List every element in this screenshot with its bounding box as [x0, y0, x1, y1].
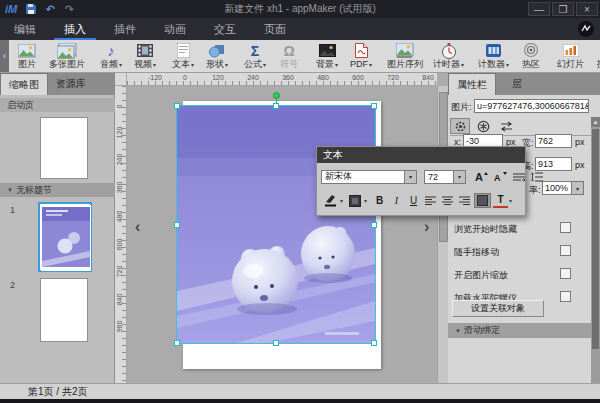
- hotspot-icon: [523, 42, 539, 59]
- align-center-icon[interactable]: [440, 193, 455, 208]
- window-title: 新建文件 xh1 - appMaker (试用版): [0, 2, 600, 16]
- selected-image[interactable]: [177, 106, 375, 343]
- font-color-icon[interactable]: [322, 193, 339, 208]
- effects-icon[interactable]: [473, 118, 493, 134]
- swap-arrows-icon[interactable]: [496, 118, 516, 134]
- startup-page-header: 启动页: [0, 98, 115, 112]
- startup-page-thumbnail[interactable]: [40, 117, 88, 179]
- align-right-icon[interactable]: [457, 193, 472, 208]
- page-1-thumbnail[interactable]: [38, 202, 92, 272]
- align-left-icon[interactable]: [423, 193, 438, 208]
- status-bar: 第1页 / 共2页: [0, 383, 600, 399]
- section-header[interactable]: ▼ 无标题节: [0, 183, 115, 197]
- hide-on-start-checkbox[interactable]: [560, 222, 571, 233]
- toolbar-collapse-button[interactable]: ‹: [0, 40, 9, 72]
- scroll-up-icon[interactable]: ▲: [591, 117, 600, 127]
- save-icon[interactable]: [23, 2, 39, 16]
- enable-zoom-checkbox[interactable]: [560, 268, 571, 279]
- dropdown-arrow-icon: ▾: [153, 62, 156, 68]
- dropdown-arrow-icon: ▾: [225, 62, 228, 68]
- image-url-field[interactable]: u=977627476,3006066781&fm=21&: [474, 99, 589, 113]
- insert-pdf-button[interactable]: PDF▾: [344, 40, 378, 72]
- width-field[interactable]: 762: [535, 134, 572, 148]
- resize-handle-w[interactable]: [174, 222, 180, 228]
- redo-icon[interactable]: ↷: [61, 2, 77, 16]
- scale-dropdown-button[interactable]: ▾: [572, 181, 584, 195]
- italic-button[interactable]: I: [389, 193, 404, 208]
- tab-thumbnails[interactable]: 缩略图: [0, 73, 48, 95]
- line-spacing-icon[interactable]: [529, 169, 545, 184]
- insert-hotspot-button[interactable]: 热区: [514, 40, 548, 72]
- letter-spacing-icon[interactable]: [511, 169, 527, 184]
- minimize-button[interactable]: —: [528, 2, 550, 16]
- insert-counter-button[interactable]: 计数器▾: [473, 40, 514, 72]
- close-button[interactable]: ×: [576, 2, 598, 16]
- menu-tab-interaction[interactable]: 交互: [200, 18, 250, 40]
- undo-icon[interactable]: ↶: [42, 2, 58, 16]
- gyroscope-checkbox[interactable]: [560, 291, 571, 302]
- audio-icon: ♪: [107, 42, 115, 59]
- next-page-arrow[interactable]: ›: [424, 218, 429, 236]
- insert-video-button[interactable]: 视频▾: [128, 40, 162, 72]
- insert-multi-image-button[interactable]: 多张图片: [44, 40, 90, 72]
- menu-tab-page[interactable]: 页面: [250, 18, 300, 40]
- highlight-color-icon[interactable]: [347, 193, 363, 208]
- dropdown-arrow-icon: ▾: [263, 62, 266, 68]
- scale-field[interactable]: 100%: [542, 181, 572, 195]
- resize-handle-se[interactable]: [371, 340, 377, 346]
- bold-button[interactable]: B: [372, 193, 387, 208]
- insert-image-button[interactable]: 图片: [10, 40, 44, 72]
- font-size-dropdown-button[interactable]: ▾: [454, 170, 466, 184]
- properties-scrollbar-thumb[interactable]: [592, 129, 599, 349]
- menu-tab-animation[interactable]: 动画: [150, 18, 200, 40]
- toolbar-group: 图片序列 计时器▾: [381, 40, 470, 72]
- insert-slide-button[interactable]: 幻灯片: [552, 40, 589, 72]
- slide-binding-section-header[interactable]: ▼ 滑动绑定: [448, 323, 591, 338]
- resize-handle-n[interactable]: [273, 103, 279, 109]
- insert-text-button[interactable]: 文本▾: [166, 40, 200, 72]
- page-2-thumbnail[interactable]: [40, 278, 88, 342]
- dropdown-arrow-icon: ▾: [461, 62, 464, 68]
- tab-resource-library[interactable]: 资源库: [48, 73, 94, 95]
- tab-layers[interactable]: 层: [496, 73, 538, 95]
- ruler-corner: [115, 73, 127, 86]
- insert-image-sequence-button[interactable]: 图片序列: [382, 40, 428, 72]
- set-related-object-button[interactable]: 设置关联对象: [452, 300, 544, 317]
- follow-finger-checkbox[interactable]: [560, 245, 571, 256]
- vertical-ruler: 0 120 240 360 480 600 720 840 960: [115, 86, 127, 383]
- resize-handle-s[interactable]: [273, 340, 279, 346]
- resize-handle-sw[interactable]: [174, 340, 180, 346]
- insert-button-button[interactable]: 按钮: [589, 40, 600, 72]
- font-family-select[interactable]: 新宋体: [321, 170, 405, 184]
- insert-formula-button[interactable]: Σ 公式▾: [238, 40, 272, 72]
- text-color-button[interactable]: T: [493, 193, 508, 208]
- font-size-select[interactable]: 72: [424, 170, 454, 184]
- insert-timer-button[interactable]: 计时器▾: [428, 40, 469, 72]
- resize-handle-nw[interactable]: [174, 103, 180, 109]
- tab-properties[interactable]: 属性栏: [448, 73, 496, 95]
- text-fill-toggle-icon[interactable]: [474, 193, 491, 208]
- insert-shape-button[interactable]: 形状▾: [200, 40, 234, 72]
- font-family-dropdown-button[interactable]: ▾: [405, 170, 417, 184]
- properties-scrollbar[interactable]: ▲: [591, 117, 600, 383]
- decrease-font-icon[interactable]: A: [492, 169, 509, 184]
- settings-gear-icon[interactable]: [450, 118, 470, 134]
- increase-font-icon[interactable]: A: [473, 169, 490, 184]
- insert-background-button[interactable]: 背景▾: [310, 40, 344, 72]
- image-icon: [18, 42, 36, 59]
- resize-handle-e[interactable]: [371, 222, 377, 228]
- insert-symbol-button[interactable]: Ω 符号: [272, 40, 306, 72]
- section-arrow-icon: ▼: [7, 187, 13, 193]
- text-panel-title[interactable]: 文本: [317, 147, 525, 163]
- sidebar-tab-bar: 缩略图 资源库: [0, 73, 115, 95]
- menu-tab-plugin[interactable]: 插件: [100, 18, 150, 40]
- maximize-button[interactable]: ❐: [552, 2, 574, 16]
- canvas-scrollbar[interactable]: [437, 86, 448, 383]
- resize-handle-ne[interactable]: [371, 103, 377, 109]
- menu-tab-edit[interactable]: 编辑: [0, 18, 50, 40]
- rotation-handle[interactable]: [273, 92, 280, 99]
- menu-tab-insert[interactable]: 插入: [50, 18, 100, 40]
- prev-page-arrow[interactable]: ‹: [135, 218, 140, 236]
- insert-audio-button[interactable]: ♪ 音频▾: [94, 40, 128, 72]
- underline-button[interactable]: U: [406, 193, 421, 208]
